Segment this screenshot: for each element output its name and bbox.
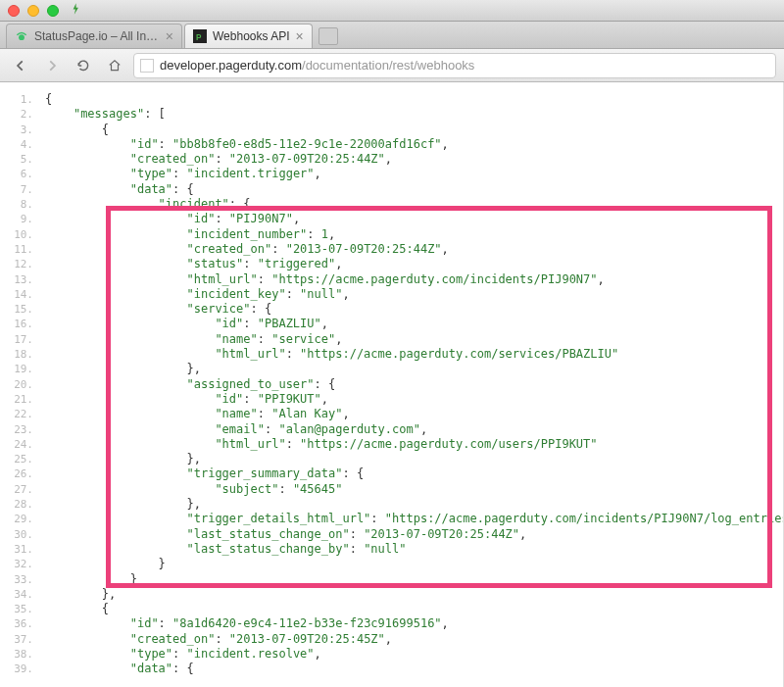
code-viewer[interactable]: 1.{2. "messages": [3. {4. "id": "bb8b8fe…	[0, 82, 784, 687]
svg-text:P: P	[196, 33, 202, 42]
line-content: "trigger_details_html_url": "https://acm…	[45, 512, 784, 526]
line-content: "id": "PIJ90N7",	[45, 212, 783, 226]
line-number: 26.	[14, 466, 45, 481]
browser-nav-bar: developer.pagerduty.com/documentation/re…	[0, 49, 784, 82]
line-content: "created_on": "2013-07-09T20:25:44Z",	[45, 242, 783, 257]
window-minimize-button[interactable]	[27, 5, 39, 17]
code-line: 33. }	[14, 572, 783, 587]
line-number: 15.	[14, 302, 45, 317]
line-content: "assigned_to_user": {	[45, 377, 783, 392]
browser-tab[interactable]: PWebhooks API×	[184, 24, 313, 48]
url-host: developer.pagerduty.com	[160, 58, 302, 73]
code-line: 8. "incident": {	[14, 197, 783, 212]
line-number: 8.	[14, 197, 45, 212]
code-line: 39. "data": {	[14, 662, 783, 676]
browser-tab-bar: StatusPage.io – All Incide×PWebhooks API…	[0, 22, 784, 49]
code-line: 1.{	[14, 92, 783, 107]
line-content: "type": "incident.resolve",	[45, 647, 783, 662]
line-number: 30.	[14, 527, 45, 542]
code-line: 14. "incident_key": "null",	[14, 287, 783, 302]
line-content: },	[45, 587, 783, 602]
home-button[interactable]	[102, 54, 127, 77]
line-number: 33.	[14, 572, 45, 587]
line-number: 18.	[14, 347, 45, 362]
line-number: 20.	[14, 377, 45, 392]
tab-close-icon[interactable]: ×	[296, 28, 304, 44]
svg-point-0	[19, 34, 24, 40]
browser-tab[interactable]: StatusPage.io – All Incide×	[6, 24, 182, 48]
line-content: },	[45, 497, 783, 512]
line-number: 22.	[14, 407, 45, 421]
code-line: 5. "created_on": "2013-07-09T20:25:44Z",	[14, 152, 783, 167]
line-number: 11.	[14, 242, 45, 257]
code-line: 6. "type": "incident.trigger",	[14, 167, 783, 181]
line-number: 36.	[14, 616, 45, 631]
code-line: 38. "type": "incident.resolve",	[14, 647, 783, 662]
line-content: {	[45, 123, 783, 137]
code-line: 29. "trigger_details_html_url": "https:/…	[14, 512, 783, 526]
line-content: "last_status_change_by": "null"	[45, 542, 783, 557]
line-number: 16.	[14, 317, 45, 331]
line-number: 4.	[14, 137, 45, 152]
code-line: 32. }	[14, 557, 783, 571]
code-line: 15. "service": {	[14, 302, 783, 317]
line-number: 13.	[14, 272, 45, 287]
code-line: 36. "id": "8a1d6420-e9c4-11e2-b33e-f23c9…	[14, 616, 783, 631]
line-number: 21.	[14, 392, 45, 407]
line-number: 35.	[14, 602, 45, 616]
line-content: "id": "PBAZLIU",	[45, 317, 783, 331]
app-indicator-icon	[69, 2, 82, 19]
line-number: 19.	[14, 362, 45, 376]
code-line: 24. "html_url": "https://acme.pagerduty.…	[14, 437, 783, 452]
line-content: "name": "Alan Kay",	[45, 407, 783, 421]
code-line: 7. "data": {	[14, 182, 783, 197]
line-number: 2.	[14, 107, 45, 122]
line-content: },	[45, 452, 783, 466]
code-line: 20. "assigned_to_user": {	[14, 377, 783, 392]
line-content: {	[45, 602, 783, 616]
tab-close-icon[interactable]: ×	[166, 28, 173, 44]
code-line: 19. },	[14, 362, 783, 376]
line-content: "created_on": "2013-07-09T20:25:44Z",	[45, 152, 783, 167]
code-line: 18. "html_url": "https://acme.pagerduty.…	[14, 347, 783, 362]
line-content: "data": {	[45, 182, 783, 197]
line-content: "email": "alan@pagerduty.com",	[45, 422, 783, 437]
line-content: "data": {	[45, 662, 783, 676]
code-line: 17. "name": "service",	[14, 332, 783, 347]
code-line: 2. "messages": [	[14, 107, 783, 122]
code-line: 4. "id": "bb8b8fe0-e8d5-11e2-9c1e-22000a…	[14, 137, 783, 152]
line-number: 39.	[14, 662, 45, 676]
code-line: 3. {	[14, 123, 783, 137]
code-line: 26. "trigger_summary_data": {	[14, 466, 783, 481]
back-button[interactable]	[8, 54, 33, 77]
line-number: 34.	[14, 587, 45, 602]
line-content: }	[45, 557, 783, 571]
window-close-button[interactable]	[8, 5, 20, 17]
line-number: 25.	[14, 452, 45, 466]
new-tab-button[interactable]	[318, 27, 338, 45]
line-number: 9.	[14, 212, 45, 226]
code-line: 37. "created_on": "2013-07-09T20:25:45Z"…	[14, 632, 783, 647]
code-line: 23. "email": "alan@pagerduty.com",	[14, 422, 783, 437]
line-content: "incident_number": 1,	[45, 227, 783, 242]
reload-button[interactable]	[71, 54, 96, 77]
line-number: 23.	[14, 422, 45, 437]
tab-title: StatusPage.io – All Incide	[34, 29, 160, 43]
window-maximize-button[interactable]	[47, 5, 59, 17]
line-content: "id": "8a1d6420-e9c4-11e2-b33e-f23c91699…	[45, 616, 783, 631]
line-number: 1.	[14, 92, 45, 107]
line-content: "html_url": "https://acme.pagerduty.com/…	[45, 437, 783, 452]
code-line: 12. "status": "triggered",	[14, 257, 783, 271]
url-path: /documentation/rest/webhooks	[302, 58, 474, 73]
code-line: 35. {	[14, 602, 783, 616]
code-line: 34. },	[14, 587, 783, 602]
line-content: },	[45, 362, 783, 376]
line-number: 12.	[14, 257, 45, 271]
forward-button[interactable]	[39, 54, 65, 77]
url-bar[interactable]: developer.pagerduty.com/documentation/re…	[133, 53, 776, 78]
line-content: "id": "bb8b8fe0-e8d5-11e2-9c1e-22000afd1…	[45, 137, 783, 152]
line-number: 28.	[14, 497, 45, 512]
line-number: 29.	[14, 512, 45, 526]
code-line: 13. "html_url": "https://acme.pagerduty.…	[14, 272, 783, 287]
line-number: 24.	[14, 437, 45, 452]
